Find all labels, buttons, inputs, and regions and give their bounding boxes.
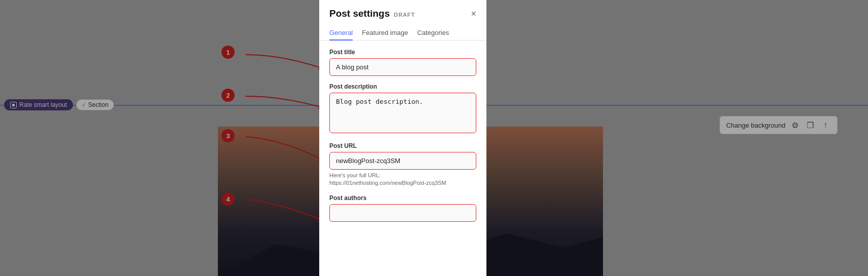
url-hint-label: Here's your full URL:	[329, 172, 381, 178]
modal-tabs: General Featured image Categories	[319, 19, 486, 41]
post-url-input[interactable]	[329, 152, 476, 170]
modal-draft-badge: DRAFT	[394, 12, 415, 18]
post-authors-input[interactable]	[329, 204, 476, 222]
post-title-input[interactable]	[329, 58, 476, 76]
post-title-label: Post title	[329, 49, 476, 56]
modal-title: Post settings	[329, 8, 390, 19]
modal-close-button[interactable]: ×	[471, 9, 476, 18]
post-title-group: Post title	[329, 49, 476, 76]
post-authors-group: Post authors	[329, 194, 476, 222]
tab-featured-image[interactable]: Featured image	[362, 26, 408, 41]
post-description-group: Post description Blog post description.	[329, 83, 476, 135]
post-authors-label: Post authors	[329, 194, 476, 202]
modal-body: Post title Post description Blog post de…	[319, 41, 486, 276]
modal-header: Post settings DRAFT ×	[319, 0, 486, 19]
post-url-label: Post URL	[329, 142, 476, 149]
tab-general[interactable]: General	[329, 26, 353, 41]
tab-categories[interactable]: Categories	[417, 26, 449, 41]
post-settings-modal: Post settings DRAFT × General Featured i…	[319, 0, 486, 276]
url-hint-value: https://01nethosting.com/newBlogPost-zcq…	[329, 180, 446, 186]
modal-title-row: Post settings DRAFT	[329, 8, 415, 19]
url-hint: Here's your full URL: https://01nethosti…	[329, 172, 476, 187]
post-url-group: Post URL Here's your full URL: https://0…	[329, 142, 476, 187]
post-description-label: Post description	[329, 83, 476, 90]
post-description-input[interactable]: Blog post description.	[329, 93, 476, 133]
